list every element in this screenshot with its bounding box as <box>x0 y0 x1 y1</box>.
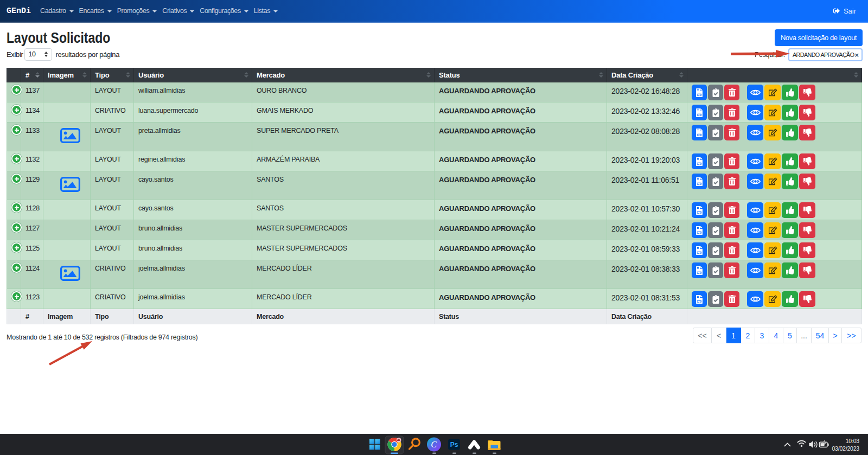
svg-text:Ps: Ps <box>450 441 458 448</box>
svg-text:C: C <box>431 440 437 449</box>
